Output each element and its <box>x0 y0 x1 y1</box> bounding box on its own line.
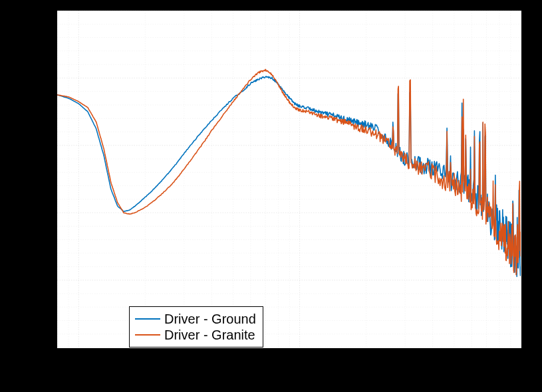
legend-entry-0: Driver - Ground <box>135 311 256 327</box>
legend-entry-1: Driver - Granite <box>135 327 256 343</box>
legend: Driver - Ground Driver - Granite <box>129 306 263 347</box>
legend-label-0: Driver - Ground <box>164 311 256 327</box>
chart-canvas <box>57 11 521 347</box>
legend-swatch-1 <box>135 334 160 336</box>
legend-swatch-0 <box>135 318 160 320</box>
chart-container: Driver - Ground Driver - Granite <box>0 0 542 392</box>
legend-label-1: Driver - Granite <box>164 327 255 343</box>
chart-series-1 <box>57 69 521 274</box>
plot-area: Driver - Ground Driver - Granite <box>57 10 522 349</box>
